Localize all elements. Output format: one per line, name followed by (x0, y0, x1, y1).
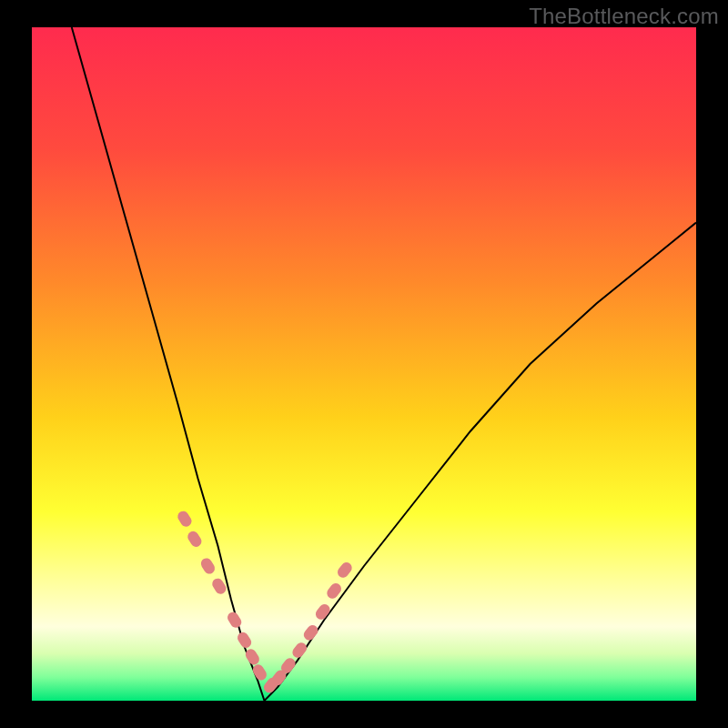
watermark-text: TheBottleneck.com (529, 4, 719, 29)
chart-stage: { "watermark": "TheBottleneck.com", "col… (0, 0, 728, 728)
plot-gradient-rect (32, 27, 696, 701)
bottleneck-chart (0, 0, 728, 728)
